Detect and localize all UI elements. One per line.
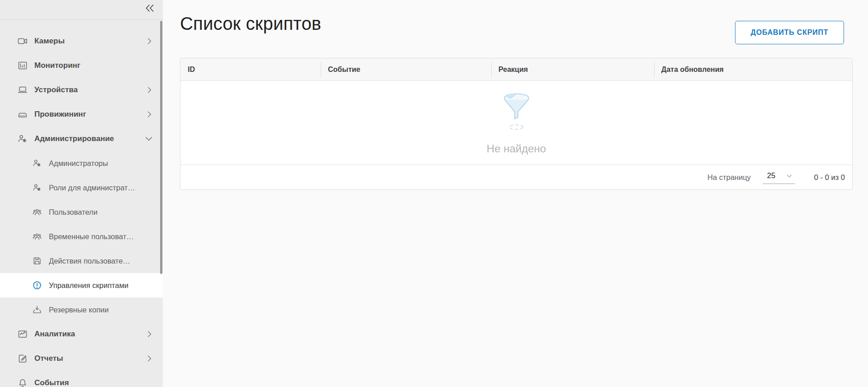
analytics-chart-icon	[17, 329, 28, 340]
sidebar-item-label: Резервные копии	[49, 306, 109, 314]
sidebar-item-label: Роли для администрат…	[49, 184, 135, 192]
sidebar-item-label: Устройства	[34, 85, 78, 94]
sidebar-item-admin-roles[interactable]: Роли для администрат…	[0, 175, 163, 200]
admin-gear-icon	[32, 182, 43, 193]
per-page-value: 25	[767, 171, 775, 180]
sidebar-item-analytics[interactable]: Аналитика	[0, 322, 163, 346]
sidebar-item-label: Аналитика	[34, 330, 75, 339]
monitoring-icon	[17, 60, 28, 71]
chevron-right-icon	[145, 85, 154, 94]
sidebar-item-users[interactable]: Пользователи	[0, 200, 163, 224]
sidebar-item-events[interactable]: События	[0, 371, 163, 387]
chevron-right-icon	[145, 37, 154, 46]
sidebar-item-label: События	[34, 378, 69, 387]
per-page-select[interactable]: 25	[763, 170, 795, 184]
sidebar-item-script-management[interactable]: Управления скриптами	[0, 273, 163, 297]
table-header-row: ID Событие Реакция Дата обновления	[180, 58, 852, 81]
bell-icon	[17, 378, 28, 387]
camera-icon	[17, 36, 28, 47]
per-page-label: На страницу	[707, 173, 751, 182]
sidebar-scrollbar[interactable]	[160, 21, 162, 274]
sidebar-item-user-actions[interactable]: Действия пользовате…	[0, 249, 163, 273]
chevron-down-icon	[785, 172, 793, 180]
alert-circle-icon	[32, 280, 43, 291]
pagination-range: 0 - 0 из 0	[814, 173, 845, 182]
sidebar-item-reports[interactable]: Отчеты	[0, 346, 163, 371]
sidebar-item-label: Отчеты	[34, 354, 63, 363]
sidebar-item-label: Администрирование	[34, 134, 114, 143]
report-edit-icon	[17, 353, 28, 364]
empty-state: Не найдено	[180, 81, 852, 165]
page-title: Список скриптов	[180, 14, 321, 34]
sidebar-item-devices[interactable]: Устройства	[0, 78, 163, 102]
sidebar-item-label: Управления скриптами	[49, 281, 128, 290]
save-floppy-icon	[32, 255, 43, 266]
chevron-down-icon	[144, 134, 154, 144]
admin-gear-icon	[17, 133, 28, 144]
column-header-updated: Дата обновления	[654, 58, 852, 80]
scripts-table-card: ID Событие Реакция Дата обновления Не на…	[180, 58, 853, 190]
backup-download-icon	[32, 304, 43, 315]
double-chevron-left-icon	[144, 3, 155, 15]
sidebar-item-label: Мониторинг	[34, 61, 81, 70]
sidebar: Камеры Мониторинг Устройства Прови	[0, 0, 163, 387]
sidebar-item-label: Администраторы	[49, 159, 108, 168]
sidebar-item-label: Временные пользоват…	[49, 232, 134, 241]
sidebar-item-label: Пользователи	[49, 208, 98, 217]
sidebar-item-administrators[interactable]: Администраторы	[0, 151, 163, 175]
chevron-right-icon	[145, 110, 154, 119]
sidebar-item-temp-users[interactable]: Временные пользоват…	[0, 224, 163, 249]
sidebar-item-cameras[interactable]: Камеры	[0, 29, 163, 53]
column-header-reaction: Реакция	[491, 58, 654, 80]
sidebar-item-administration[interactable]: Администрирование	[0, 127, 163, 151]
sidebar-header	[0, 0, 163, 20]
sidebar-item-provisioning[interactable]: Провижининг	[0, 102, 163, 127]
laptop-icon	[17, 85, 28, 95]
sidebar-collapse-button[interactable]	[143, 2, 157, 16]
empty-state-text: Не найдено	[487, 142, 546, 155]
chevron-right-icon	[145, 354, 154, 363]
sidebar-item-label: Действия пользовате…	[49, 257, 130, 265]
table-footer: На страницу 25 0 - 0 из 0	[180, 165, 852, 189]
users-group-icon	[32, 231, 43, 242]
funnel-icon	[502, 93, 531, 134]
sidebar-menu: Камеры Мониторинг Устройства Прови	[0, 20, 163, 387]
chevron-right-icon	[145, 330, 154, 339]
users-group-icon	[32, 207, 43, 217]
sidebar-item-backups[interactable]: Резервные копии	[0, 297, 163, 322]
main-content: Список скриптов ДОБАВИТЬ СКРИПТ ID Событ…	[163, 0, 868, 387]
sidebar-item-label: Камеры	[34, 37, 65, 46]
add-script-button[interactable]: ДОБАВИТЬ СКРИПТ	[735, 21, 844, 44]
sidebar-item-label: Провижининг	[34, 110, 86, 119]
server-icon	[17, 109, 28, 120]
admin-gear-icon	[32, 158, 43, 169]
column-header-id: ID	[180, 58, 321, 80]
column-header-event: Событие	[321, 58, 491, 80]
sidebar-item-monitoring[interactable]: Мониторинг	[0, 53, 163, 78]
